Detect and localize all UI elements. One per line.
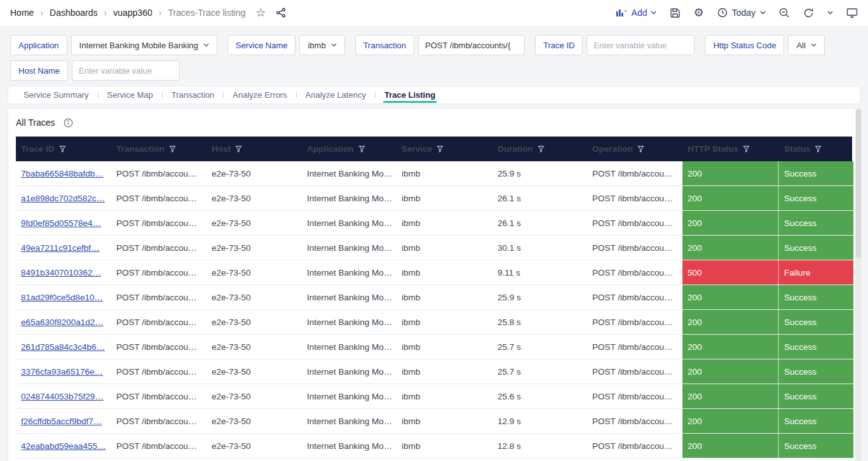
save-dashboard-icon[interactable] <box>670 8 681 18</box>
table-row: a1e898dc702d582c… POST /ibmb/accou… e2e-… <box>16 186 852 211</box>
cell-duration: 25.9 s <box>492 285 587 309</box>
cell-host: e2e-73-50 <box>207 335 302 359</box>
cell-operation: POST /ibmb/accou… <box>587 211 682 235</box>
tab-analyze-latency[interactable]: Analyze Latency <box>297 86 375 104</box>
cell-http-status: 200 <box>682 359 779 384</box>
application-value: Internet Banking Mobile Banking <box>79 41 198 50</box>
http-status-code-select[interactable]: All <box>788 35 824 55</box>
table-row: e65a630f8200a1d2… POST /ibmb/accou… e2e-… <box>16 310 852 335</box>
cell-trace-id: 0248744053b75f29… <box>16 384 111 408</box>
table-row: 81ad29f0ce5d8e10… POST /ibmb/accou… e2e-… <box>16 285 852 310</box>
trace-id-input[interactable] <box>587 35 695 55</box>
breadcrumb-vuapp360[interactable]: vuapp360 <box>113 8 153 18</box>
filter-funnel-icon[interactable] <box>637 145 644 152</box>
scrollbar-thumb[interactable] <box>856 109 861 258</box>
filter-application: Application Internet Banking Mobile Bank… <box>10 35 217 55</box>
trace-id-link[interactable]: e65a630f8200a1d2… <box>21 317 104 327</box>
table-row: 9fd0ef85d05578e4… POST /ibmb/accou… e2e-… <box>16 211 852 236</box>
trace-id-link[interactable]: f26cffdb5accf9bdf7… <box>21 417 102 426</box>
refresh-interval-chevron-icon[interactable] <box>827 11 833 15</box>
host-name-input[interactable] <box>72 60 180 81</box>
cell-status: Success <box>779 384 853 408</box>
cell-status: Success <box>779 285 853 309</box>
top-navigation-bar: Home › Dashboards › vuapp360 › Traces-Tr… <box>0 0 868 25</box>
filter-funnel-icon[interactable] <box>437 145 444 152</box>
filter-funnel-icon[interactable] <box>538 145 545 152</box>
application-select[interactable]: Internet Banking Mobile Banking <box>71 35 217 55</box>
table-row: 0248744053b75f29… POST /ibmb/accou… e2e-… <box>16 384 852 409</box>
tab-trace-listing[interactable]: Trace Listing <box>376 86 444 104</box>
column-header-http-status[interactable]: HTTP Status <box>682 137 779 161</box>
cell-trace-id: 261d785a84c3c4b6… <box>16 335 111 359</box>
cell-status: Success <box>779 211 853 235</box>
column-header-trace-id[interactable]: Trace ID <box>16 137 111 161</box>
vertical-scrollbar[interactable] <box>855 108 862 461</box>
cell-http-status: 200 <box>682 186 779 210</box>
cell-operation: POST /ibmb/accou… <box>587 384 682 408</box>
monitor-kiosk-icon[interactable] <box>846 8 858 18</box>
tab-transaction[interactable]: Transaction <box>163 86 223 104</box>
cell-operation: POST /ibmb/accou… <box>587 161 682 185</box>
column-header-status[interactable]: Status <box>779 137 853 161</box>
cell-application: Internet Banking Mo… <box>302 260 397 284</box>
filter-funnel-icon[interactable] <box>815 145 822 152</box>
bar-chart-add-icon <box>616 8 628 18</box>
chevron-down-icon <box>811 43 817 47</box>
breadcrumb-dashboards[interactable]: Dashboards <box>50 8 98 18</box>
trace-table: Trace ID Transaction Host Application Se… <box>16 137 852 458</box>
trace-id-link[interactable]: a1e898dc702d582c… <box>21 194 105 203</box>
refresh-icon[interactable] <box>803 8 814 18</box>
cell-service: ibmb <box>397 310 492 334</box>
filter-funnel-icon[interactable] <box>743 145 750 152</box>
cell-status: Success <box>779 409 853 433</box>
breadcrumb-home[interactable]: Home <box>10 8 34 18</box>
cell-service: ibmb <box>397 335 492 359</box>
column-header-host[interactable]: Host <box>207 137 302 161</box>
transaction-label: Transaction <box>355 35 414 55</box>
breadcrumb-current-page: Traces-Trace listing <box>168 8 245 18</box>
cell-transaction: POST /ibmb/accou… <box>111 211 207 235</box>
filter-funnel-icon[interactable] <box>169 145 176 152</box>
trace-id-link[interactable]: 3376cfa93a65176e… <box>21 367 103 377</box>
tab-service-map[interactable]: Service Map <box>98 86 162 104</box>
trace-id-link[interactable]: 9fd0ef85d05578e4… <box>21 218 101 228</box>
cell-trace-id: 3376cfa93a65176e… <box>16 359 111 384</box>
service-name-select[interactable]: ibmb <box>299 35 344 55</box>
column-header-application[interactable]: Application <box>302 137 397 161</box>
trace-id-link[interactable]: 8491b3407010362… <box>21 268 101 277</box>
chevron-down-icon <box>203 43 209 47</box>
trace-id-link[interactable]: 7baba665848bafdb… <box>21 169 104 178</box>
tab-service-summary[interactable]: Service Summary <box>15 86 98 104</box>
trace-id-link[interactable]: 81ad29f0ce5d8e10… <box>21 293 103 302</box>
cell-http-status: 200 <box>682 335 779 359</box>
trace-id-link[interactable]: 0248744053b75f29… <box>21 392 104 401</box>
add-panel-button[interactable]: Add <box>616 8 656 18</box>
column-header-operation[interactable]: Operation <box>587 137 682 161</box>
filter-funnel-icon[interactable] <box>235 145 242 152</box>
cell-operation: POST /ibmb/accou… <box>587 260 682 284</box>
zoom-out-icon[interactable] <box>779 8 790 18</box>
settings-gear-icon[interactable]: ⚙ <box>694 7 704 18</box>
star-icon[interactable]: ☆ <box>255 6 266 20</box>
filter-service-name: Service Name ibmb <box>227 35 345 55</box>
tab-analyze-errors[interactable]: Analyze Errors <box>224 86 295 104</box>
http-status-code-label: Http Status Code <box>705 35 784 55</box>
time-range-picker[interactable]: Today <box>717 8 766 18</box>
cell-operation: POST /ibmb/accou… <box>587 310 682 334</box>
application-label: Application <box>10 35 67 55</box>
filter-funnel-icon[interactable] <box>59 145 66 152</box>
trace-id-link[interactable]: 42eababd59eaa455… <box>21 441 106 451</box>
time-range-label: Today <box>732 8 756 18</box>
column-header-service[interactable]: Service <box>397 137 492 161</box>
cell-operation: POST /ibmb/accou… <box>587 335 682 359</box>
chevron-down-icon <box>651 11 656 15</box>
transaction-input[interactable] <box>418 35 525 55</box>
column-header-transaction[interactable]: Transaction <box>111 137 207 161</box>
trace-id-link[interactable]: 49ea7211c91cefbf… <box>21 243 100 253</box>
cell-status: Success <box>779 186 853 210</box>
column-header-duration[interactable]: Duration <box>492 137 587 161</box>
trace-id-link[interactable]: 261d785a84c3c4b6… <box>21 342 105 352</box>
filter-funnel-icon[interactable] <box>358 145 365 152</box>
share-icon[interactable] <box>276 8 286 18</box>
info-icon[interactable] <box>64 118 73 128</box>
